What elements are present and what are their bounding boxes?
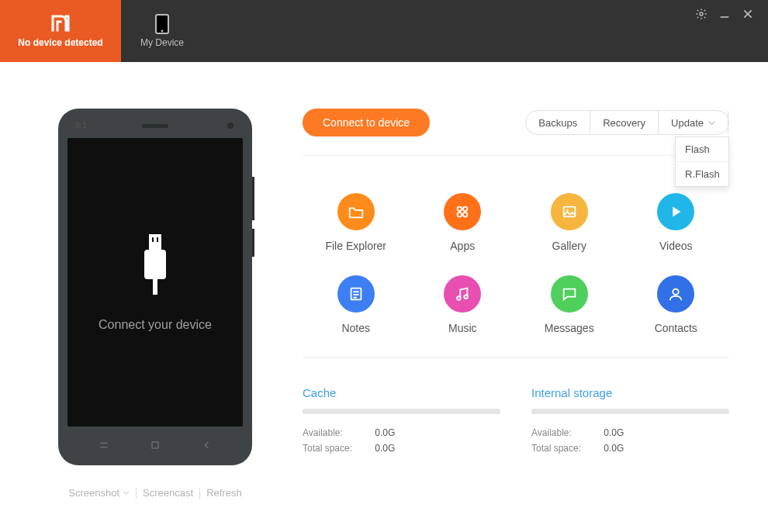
gear-icon[interactable] — [695, 8, 707, 20]
contacts-icon — [657, 275, 694, 313]
tab-home-subtitle: No device detected — [18, 37, 102, 48]
usb-plug-icon — [137, 233, 174, 298]
svg-rect-18 — [563, 207, 575, 217]
storage-internal-title: Internal storage — [531, 386, 729, 399]
backups-label: Backups — [538, 117, 577, 129]
storage-cache-info: Available: 0.0G Total space: 0.0G — [303, 425, 500, 457]
storage-internal: Internal storage Available: 0.0G Total s… — [531, 386, 729, 457]
music-icon — [444, 275, 481, 313]
svg-rect-6 — [149, 234, 161, 250]
total-value: 0.0G — [604, 440, 650, 456]
tile-notes[interactable]: Notes — [303, 275, 410, 334]
titlebar: No device detected My Device — [0, 0, 768, 62]
dropdown-option-flash[interactable]: Flash — [676, 137, 728, 162]
update-button[interactable]: Update — [659, 111, 728, 134]
nav-back-icon — [201, 439, 213, 451]
connect-button[interactable]: Connect to device — [303, 109, 430, 136]
refresh-label: Refresh — [206, 487, 242, 499]
total-label: Total space: — [303, 440, 372, 456]
storage-section: Cache Available: 0.0G Total space: 0.0G … — [303, 386, 729, 457]
tile-file-explorer[interactable]: File Explorer — [303, 193, 410, 252]
chevron-down-icon — [123, 489, 130, 496]
total-value: 0.0G — [375, 440, 421, 456]
phone-side-button-2 — [252, 229, 254, 257]
svg-point-16 — [458, 212, 462, 217]
tile-videos[interactable]: Videos — [623, 193, 730, 252]
svg-point-14 — [458, 207, 462, 212]
dropdown-option-rflash[interactable]: R.Flash — [676, 162, 728, 186]
available-value: 0.0G — [375, 425, 421, 440]
available-label: Available: — [531, 425, 601, 440]
toolbar: Connect to device Backups Recovery Updat… — [303, 109, 729, 156]
phone-icon — [155, 14, 169, 34]
storage-cache-title: Cache — [303, 386, 500, 399]
phone-mockup: mi Connect your device — [58, 109, 252, 465]
phone-preview-panel: mi Connect your device — [39, 109, 272, 501]
main-panel: Connect to device Backups Recovery Updat… — [272, 109, 729, 501]
screenshot-label: Screenshot — [68, 487, 119, 499]
tile-label: Contacts — [655, 322, 697, 334]
storage-cache-bar — [303, 409, 500, 414]
svg-point-17 — [463, 212, 468, 217]
tile-label: File Explorer — [325, 240, 386, 252]
window-controls — [695, 0, 768, 62]
close-icon[interactable] — [742, 8, 754, 20]
feature-tiles: File Explorer Apps Gallery Videos — [303, 193, 729, 358]
tile-gallery[interactable]: Gallery — [516, 193, 623, 252]
tile-music[interactable]: Music — [410, 275, 517, 334]
content: mi Connect your device — [0, 62, 768, 532]
tile-label: Music — [448, 322, 477, 334]
svg-point-2 — [700, 12, 703, 16]
screencast-button[interactable]: Screencast — [143, 487, 193, 499]
screenshot-button[interactable]: Screenshot — [68, 487, 130, 499]
tab-my-device[interactable]: My Device — [121, 0, 203, 62]
update-dropdown: Flash R.Flash — [675, 136, 729, 187]
available-label: Available: — [303, 425, 372, 440]
recovery-button[interactable]: Recovery — [590, 111, 659, 134]
separator — [199, 488, 200, 499]
svg-point-15 — [463, 207, 468, 212]
tab-home[interactable]: No device detected — [0, 0, 121, 62]
storage-internal-bar — [531, 409, 729, 414]
tile-label: Apps — [450, 240, 475, 252]
preview-actions: Screenshot Screencast Refresh — [68, 487, 241, 499]
notes-icon — [337, 275, 375, 313]
action-pill-group: Backups Recovery Update Flash R.Flash — [525, 110, 729, 135]
svg-rect-10 — [153, 279, 157, 295]
folder-icon — [337, 193, 375, 230]
phone-side-button-1 — [252, 177, 254, 220]
tile-contacts[interactable]: Contacts — [623, 275, 730, 334]
tile-label: Videos — [659, 240, 693, 252]
total-label: Total space: — [531, 440, 601, 456]
svg-rect-7 — [152, 237, 154, 242]
svg-point-25 — [457, 296, 461, 300]
mi-logo-icon — [51, 14, 70, 33]
phone-camera — [227, 123, 234, 129]
titlebar-spacer — [203, 0, 695, 62]
gallery-icon — [551, 193, 588, 230]
chevron-down-icon — [708, 119, 715, 126]
svg-point-26 — [465, 295, 469, 299]
svg-marker-20 — [673, 207, 681, 217]
tile-label: Gallery — [552, 240, 586, 252]
tab-device-label: My Device — [140, 37, 184, 48]
messages-icon — [551, 275, 588, 313]
phone-brand: mi — [75, 119, 88, 130]
tile-messages[interactable]: Messages — [516, 275, 623, 334]
svg-rect-13 — [152, 442, 158, 448]
update-label: Update — [671, 117, 704, 129]
recovery-label: Recovery — [603, 117, 645, 129]
minimize-icon[interactable] — [718, 8, 731, 20]
phone-message: Connect your device — [99, 318, 212, 332]
backups-button[interactable]: Backups — [526, 111, 590, 134]
phone-nav-bar — [58, 439, 252, 451]
svg-point-1 — [161, 30, 164, 33]
refresh-button[interactable]: Refresh — [206, 487, 242, 499]
storage-cache: Cache Available: 0.0G Total space: 0.0G — [303, 386, 500, 457]
storage-internal-info: Available: 0.0G Total space: 0.0G — [531, 425, 729, 457]
tile-apps[interactable]: Apps — [410, 193, 517, 252]
tile-label: Notes — [341, 322, 370, 334]
available-value: 0.0G — [604, 425, 650, 440]
apps-icon — [444, 193, 481, 230]
nav-home-icon — [149, 439, 161, 451]
